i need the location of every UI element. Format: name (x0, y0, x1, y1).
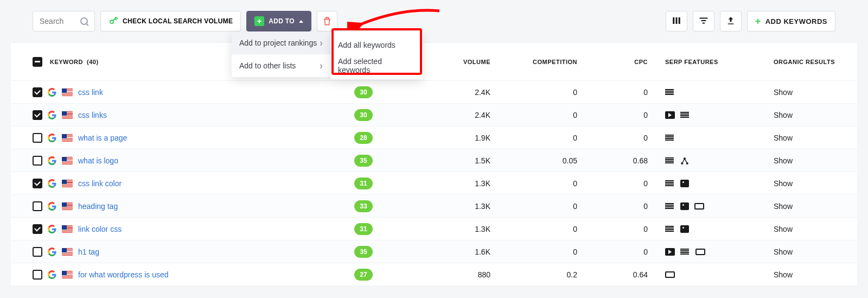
keyword-score-badge: 31 (354, 223, 373, 235)
cell-competition: 0 (499, 202, 586, 211)
keyword-link[interactable]: css link color (78, 179, 122, 188)
serp-image-icon (680, 202, 689, 210)
keyword-link[interactable]: heading tag (78, 202, 118, 211)
serp-lines-icon (665, 226, 675, 232)
show-organic-link[interactable]: Show (765, 248, 857, 256)
show-organic-link[interactable]: Show (765, 88, 857, 97)
google-icon (48, 270, 56, 279)
add-to-sub-dropdown: Add all keywords Add selected keywords (330, 31, 423, 79)
show-organic-link[interactable]: Show (765, 202, 857, 211)
cell-cpc: 0 (586, 225, 656, 233)
add-to-button[interactable]: + ADD TO (246, 11, 311, 31)
cell-volume: 2.4K (401, 88, 499, 97)
row-checkbox[interactable] (33, 201, 42, 211)
google-icon (48, 248, 56, 256)
cell-volume: 2.4K (401, 111, 499, 119)
row-checkbox[interactable] (33, 133, 42, 143)
plus-icon: + (254, 16, 264, 26)
cell-serp-features (656, 202, 765, 210)
sub-add-selected-keywords[interactable]: Add selected keywords (330, 55, 423, 76)
columns-button[interactable] (666, 11, 687, 31)
check-local-search-volume-button[interactable]: CHECK LOCAL SEARCH VOLUME (100, 11, 241, 31)
table-row: what is logo 35 1.5K 0.05 0.68 Show (11, 149, 857, 172)
th-cpc[interactable]: CPC (586, 59, 656, 65)
cell-serp-features (656, 89, 765, 96)
serp-lines-icon (665, 89, 675, 96)
us-flag-icon (62, 134, 73, 142)
add-to-dropdown: Add to project rankings › Add to other l… (232, 31, 330, 77)
cell-volume: 1.3K (401, 225, 499, 233)
row-checkbox[interactable] (33, 224, 42, 234)
delete-button[interactable] (317, 11, 337, 31)
google-icon (48, 134, 56, 142)
cell-volume: 1.3K (401, 202, 499, 211)
show-organic-link[interactable]: Show (765, 179, 857, 188)
th-organic[interactable]: ORGANIC RESULTS (765, 59, 857, 65)
show-organic-link[interactable]: Show (765, 134, 857, 142)
serp-box-icon (665, 271, 675, 278)
keyword-link[interactable]: h1 tag (78, 248, 99, 256)
us-flag-icon (62, 271, 73, 278)
table-row: heading tag 33 1.3K 0 0 Show (11, 195, 857, 218)
serp-lines-icon (680, 249, 690, 255)
keyword-score-badge: 35 (354, 155, 373, 167)
th-competition[interactable]: COMPETITION (499, 59, 586, 65)
keyword-link[interactable]: for what wordpress is used (78, 270, 169, 279)
key-icon (108, 16, 118, 27)
row-checkbox[interactable] (33, 270, 42, 280)
keyword-link[interactable]: link color css (78, 225, 122, 233)
cell-cpc: 0.64 (586, 270, 656, 279)
select-all-checkbox[interactable] (33, 57, 42, 67)
table-row: for what wordpress is used 27 880 0.2 0.… (11, 263, 857, 286)
keyword-link[interactable]: what is logo (78, 156, 118, 165)
row-checkbox[interactable] (33, 87, 42, 97)
show-organic-link[interactable]: Show (765, 156, 857, 165)
cell-serp-features (656, 111, 765, 119)
cell-serp-features (656, 135, 765, 141)
show-organic-link[interactable]: Show (765, 111, 857, 119)
serp-lines-icon (680, 112, 690, 118)
cell-volume: 880 (401, 270, 499, 279)
search-icon (80, 17, 88, 25)
sub-add-all-keywords[interactable]: Add all keywords (330, 35, 423, 55)
serp-image-icon (680, 225, 689, 233)
check-local-label: CHECK LOCAL SEARCH VOLUME (123, 17, 233, 25)
serp-lines-icon (665, 180, 675, 187)
show-organic-link[interactable]: Show (765, 270, 857, 279)
row-checkbox[interactable] (33, 156, 42, 166)
us-flag-icon (62, 202, 73, 210)
table-row: what is a page 28 1.9K 0 0 Show (11, 126, 857, 149)
dropdown-add-other-lists[interactable]: Add to other lists › (232, 54, 330, 77)
filter-button[interactable] (693, 11, 714, 31)
keyword-score-badge: 35 (354, 246, 373, 258)
cell-cpc: 0 (586, 202, 656, 211)
table-row: css link color 31 1.3K 0 0 Show (11, 172, 857, 195)
us-flag-icon (62, 157, 73, 164)
cell-serp-features (656, 248, 765, 256)
th-serp[interactable]: SERP FEATURES (656, 59, 765, 65)
svg-rect-2 (675, 17, 677, 24)
row-checkbox[interactable] (33, 110, 42, 120)
us-flag-icon (62, 88, 73, 96)
keyword-link[interactable]: css link (78, 88, 103, 97)
cell-cpc: 0 (586, 134, 656, 142)
table-row: link color css 31 1.3K 0 0 Show (11, 218, 857, 240)
search-input[interactable] (40, 17, 80, 26)
toolbar: CHECK LOCAL SEARCH VOLUME + ADD TO Add t… (11, 11, 857, 42)
th-keyword[interactable]: KEYWORD (50, 59, 83, 65)
row-checkbox[interactable] (33, 179, 42, 188)
keyword-link[interactable]: what is a page (78, 134, 127, 142)
google-icon (48, 202, 56, 211)
keyword-link[interactable]: css links (78, 111, 107, 119)
add-keywords-button[interactable]: + ADD KEYWORDS (747, 11, 835, 31)
keyword-score-badge: 30 (354, 109, 373, 121)
show-organic-link[interactable]: Show (765, 225, 857, 233)
row-checkbox[interactable] (33, 247, 42, 257)
serp-box-icon (695, 249, 705, 255)
svg-rect-3 (678, 17, 680, 24)
dropdown-add-project-rankings[interactable]: Add to project rankings › (232, 31, 330, 54)
serp-box-icon (694, 203, 704, 210)
search-input-wrap[interactable] (33, 11, 95, 31)
upload-button[interactable] (720, 11, 742, 31)
keyword-score-badge: 33 (354, 200, 373, 212)
